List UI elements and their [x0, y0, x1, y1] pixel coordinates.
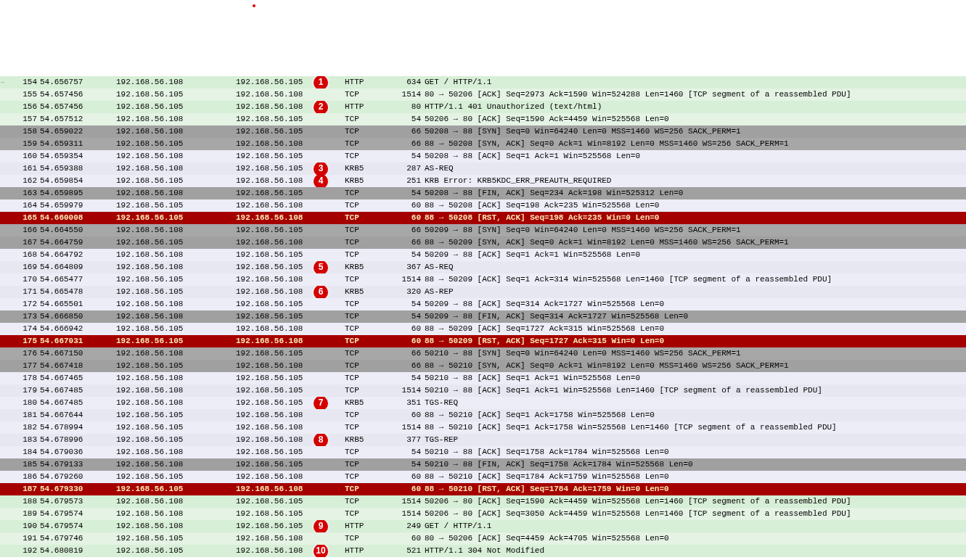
col-dst: 192.168.56.105 [236, 458, 345, 471]
col-time: 54.679133 [40, 458, 116, 471]
packet-row[interactable]: 17954.667485192.168.56.108192.168.56.105… [0, 384, 966, 397]
packet-row[interactable]: 19154.679746192.168.56.105192.168.56.108… [0, 532, 966, 545]
col-time: 54.664792 [40, 249, 116, 261]
packet-row[interactable]: 18454.679036192.168.56.108192.168.56.105… [0, 446, 966, 458]
col-info: 50206 → 80 [ACK] Seq=1590 Ack=4459 Win=5… [423, 113, 966, 125]
col-len: 66 [397, 360, 423, 372]
packet-row[interactable]: 15754.657512192.168.56.108192.168.56.105… [0, 113, 966, 125]
packet-row[interactable]: 16854.664792192.168.56.108192.168.56.105… [0, 249, 966, 261]
col-time: 54.666942 [40, 323, 116, 335]
packet-row[interactable]: 17054.665477192.168.56.105192.168.56.108… [0, 273, 966, 286]
col-len: 54 [397, 187, 423, 199]
col-proto: TCP [345, 273, 397, 286]
col-info: TGS-REP [423, 434, 966, 446]
packet-row[interactable]: 15954.659311192.168.56.105192.168.56.108… [0, 138, 966, 150]
packet-row[interactable]: 16954.664809192.168.56.108192.168.56.105… [0, 261, 966, 273]
col-no: 164 [0, 199, 40, 212]
packet-row[interactable]: 18154.667644192.168.56.105192.168.56.108… [0, 409, 966, 421]
col-proto: TCP [345, 508, 397, 520]
col-no: 189 [0, 508, 40, 520]
col-no: 156 [0, 101, 40, 113]
packet-row[interactable]: 15654.657456192.168.56.105192.168.56.108… [0, 101, 966, 113]
col-no: 173 [0, 310, 40, 323]
col-len: 60 [397, 409, 423, 421]
col-len: 634 [397, 76, 423, 88]
packet-list-table[interactable]: 15454.656757192.168.56.108192.168.56.105… [0, 76, 966, 557]
col-proto: TCP [345, 138, 397, 150]
col-no: 190 [0, 520, 40, 532]
packet-row[interactable]: 16054.659354192.168.56.108192.168.56.105… [0, 150, 966, 162]
col-info: 88 → 50210 [RST, ACK] Seq=1784 Ack=1759 … [423, 483, 966, 495]
packet-row[interactable]: 15554.657456192.168.56.105192.168.56.108… [0, 88, 966, 101]
col-dst: 192.168.56.108 [236, 323, 345, 335]
col-len: 251 [397, 175, 423, 187]
col-len: 54 [397, 458, 423, 471]
col-src: 192.168.56.105 [116, 471, 236, 483]
col-info: 88 → 50209 [ACK] Seq=1727 Ack=315 Win=52… [423, 323, 966, 335]
packet-row[interactable]: 18554.679133192.168.56.108192.168.56.105… [0, 458, 966, 471]
col-len: 367 [397, 261, 423, 273]
col-dst: 192.168.56.105 [236, 384, 345, 397]
col-proto: TCP [345, 323, 397, 335]
packet-row[interactable]: 18254.678994192.168.56.105192.168.56.108… [0, 421, 966, 434]
col-no: 185 [0, 458, 40, 471]
col-no: 176 [0, 347, 40, 360]
packet-row[interactable]: 16754.664759192.168.56.105192.168.56.108… [0, 236, 966, 249]
col-time: 54.667485 [40, 397, 116, 409]
annotation-marker: 1 [312, 76, 329, 88]
packet-row[interactable]: 19054.679574192.168.56.108192.168.56.105… [0, 520, 966, 532]
col-proto: TCP [345, 446, 397, 458]
col-no: 181 [0, 409, 40, 421]
col-len: 80 [397, 101, 423, 113]
packet-row[interactable]: 15854.659022192.168.56.108192.168.56.105… [0, 125, 966, 138]
packet-row[interactable]: 18754.679330192.168.56.105192.168.56.108… [0, 483, 966, 495]
packet-row[interactable]: 16454.659979192.168.56.105192.168.56.108… [0, 199, 966, 212]
col-time: 54.680819 [40, 545, 116, 557]
col-time: 54.664759 [40, 236, 116, 249]
packet-row[interactable]: 17754.667418192.168.56.105192.168.56.108… [0, 360, 966, 372]
col-info: 88 → 50209 [SYN, ACK] Seq=0 Ack=1 Win=81… [423, 236, 966, 249]
col-info: 80 → 50206 [ACK] Seq=2973 Ack=1590 Win=5… [423, 88, 966, 101]
packet-row[interactable]: 15454.656757192.168.56.108192.168.56.105… [0, 76, 966, 88]
packet-row[interactable]: 18654.679260192.168.56.105192.168.56.108… [0, 471, 966, 483]
packet-row[interactable]: 18354.678996192.168.56.105192.168.56.108… [0, 434, 966, 446]
packet-row[interactable]: 19254.680819192.168.56.105192.168.56.108… [0, 545, 966, 557]
col-len: 54 [397, 446, 423, 458]
packet-row[interactable]: 17554.667031192.168.56.105192.168.56.108… [0, 335, 966, 347]
col-time: 54.659979 [40, 199, 116, 212]
packet-row[interactable]: 18854.679573192.168.56.108192.168.56.105… [0, 495, 966, 508]
packet-row[interactable]: 17654.667150192.168.56.108192.168.56.105… [0, 347, 966, 360]
annotation-marker: 6 [312, 286, 329, 298]
col-len: 66 [397, 347, 423, 360]
col-len: 66 [397, 224, 423, 236]
packet-row[interactable]: 18054.667485192.168.56.108192.168.56.105… [0, 397, 966, 409]
col-no: 154 [0, 76, 40, 88]
col-dst: 192.168.56.108 [236, 273, 345, 286]
col-time: 54.660008 [40, 212, 116, 224]
col-src: 192.168.56.105 [116, 421, 236, 434]
col-src: 192.168.56.105 [116, 286, 236, 298]
packet-row[interactable]: 16254.659854192.168.56.105192.168.56.108… [0, 175, 966, 187]
packet-row[interactable]: 17854.667465192.168.56.108192.168.56.105… [0, 372, 966, 384]
packet-row[interactable]: 17354.666850192.168.56.108192.168.56.105… [0, 310, 966, 323]
packet-row[interactable]: 17454.666942192.168.56.105192.168.56.108… [0, 323, 966, 335]
packet-row[interactable]: 18954.679574192.168.56.108192.168.56.105… [0, 508, 966, 520]
col-info: 88 → 50210 [ACK] Seq=1784 Ack=1759 Win=5… [423, 471, 966, 483]
col-proto: HTTP [345, 520, 397, 532]
col-no: 166 [0, 224, 40, 236]
packet-row[interactable]: 16154.659388192.168.56.108192.168.56.105… [0, 162, 966, 175]
col-proto: KRB5 [345, 175, 397, 187]
col-time: 54.679746 [40, 532, 116, 545]
col-src: 192.168.56.108 [116, 458, 236, 471]
col-proto: TCP [345, 458, 397, 471]
col-no: 158 [0, 125, 40, 138]
col-info: 50210 → 88 [ACK] Seq=1 Ack=1 Win=525568 … [423, 384, 966, 397]
col-info: 88 → 50208 [SYN, ACK] Seq=0 Ack=1 Win=81… [423, 138, 966, 150]
packet-row[interactable]: 16654.664550192.168.56.108192.168.56.105… [0, 224, 966, 236]
packet-row[interactable]: 17254.665501192.168.56.108192.168.56.105… [0, 298, 966, 310]
col-info: 50208 → 88 [FIN, ACK] Seq=234 Ack=198 Wi… [423, 187, 966, 199]
packet-row[interactable]: 16354.659895192.168.56.108192.168.56.105… [0, 187, 966, 199]
packet-row[interactable]: 17154.665478192.168.56.105192.168.56.108… [0, 286, 966, 298]
col-proto: KRB5 [345, 162, 397, 175]
packet-row[interactable]: 16554.660008192.168.56.105192.168.56.108… [0, 212, 966, 224]
